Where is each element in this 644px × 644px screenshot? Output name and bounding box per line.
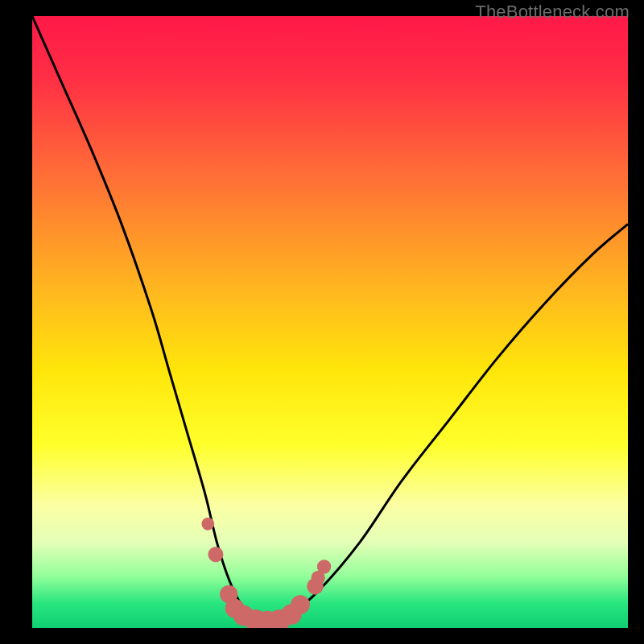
bottleneck-chart — [32, 16, 628, 628]
curve-marker — [291, 595, 310, 614]
curve-marker — [208, 547, 223, 562]
plot-area — [32, 16, 628, 628]
gradient-background — [32, 16, 628, 628]
chart-frame: TheBottleneck.com — [0, 0, 644, 644]
curve-marker — [201, 518, 214, 530]
curve-marker — [317, 559, 331, 573]
watermark-text: TheBottleneck.com — [475, 2, 630, 23]
